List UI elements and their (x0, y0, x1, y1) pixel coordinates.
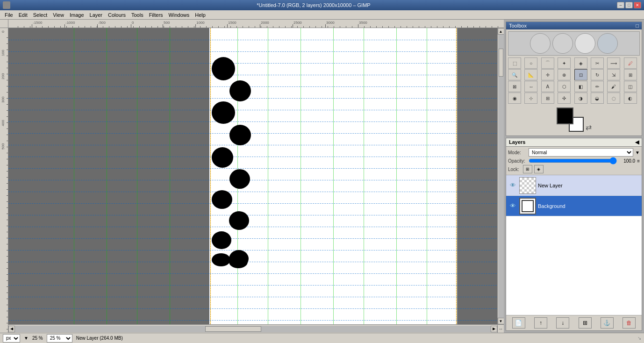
grid-h21 (8, 227, 504, 227)
menu-filters[interactable]: Filters (146, 10, 166, 19)
lower-layer-button[interactable]: ↓ (556, 317, 569, 329)
scroll-up-button[interactable]: ▲ (498, 28, 504, 35)
tool-blend[interactable]: ◧ (574, 81, 587, 92)
tool-desaturate[interactable]: ◐ (624, 93, 637, 104)
scroll-right-button[interactable]: ▶ (491, 326, 497, 332)
zoom-select[interactable]: 25 % 50 % 100 % (47, 334, 72, 343)
lock-label: Lock: (508, 167, 519, 172)
color-area: ⇄ (508, 106, 640, 134)
new-layer-button[interactable]: 📄 (512, 317, 525, 329)
tool-text[interactable]: A (541, 81, 554, 92)
mode-select[interactable]: Normal (529, 148, 633, 157)
scroll-track-v[interactable] (498, 35, 504, 318)
tool-color-select[interactable]: ◈ (574, 57, 587, 69)
tool-bucket[interactable]: ⬡ (558, 81, 571, 92)
tool-fuzzy[interactable]: ✦ (558, 57, 571, 69)
menu-image[interactable]: Image (67, 10, 87, 19)
menu-file[interactable]: File (2, 10, 16, 19)
unit-select[interactable]: px (3, 334, 20, 343)
scroll-left-button[interactable]: ◀ (8, 326, 15, 332)
status-separator-1: ▼ (24, 336, 29, 341)
tool-scale[interactable]: ⇲ (607, 69, 620, 80)
grid-line-v6 (396, 28, 397, 324)
canvas-area[interactable]: ◀ ▶ ▲ ▼ ↔ (0, 20, 504, 333)
tool-dodge[interactable]: ◑ (574, 93, 587, 104)
layers-controls: Mode: Normal ▼ Opacity: 100.0 ≡ Lock: ⊞ … (506, 147, 642, 175)
lock-pixels-btn[interactable]: ◈ (534, 165, 544, 173)
tool-eraser[interactable]: ◫ (624, 81, 637, 92)
layer-eye-new[interactable]: 👁 (508, 181, 517, 190)
maximize-button[interactable]: □ (625, 2, 633, 8)
layer-row-new[interactable]: 👁 New Layer (506, 175, 642, 196)
tool-convolve[interactable]: ◌ (607, 93, 620, 104)
tool-shear[interactable]: ⊞ (624, 69, 637, 80)
layer-row-background[interactable]: 👁 Background (506, 196, 642, 216)
canvas-viewport[interactable] (8, 28, 504, 324)
menu-layer[interactable]: Layer (87, 10, 106, 19)
tool-align[interactable]: ⊕ (558, 69, 571, 80)
layers-collapse-icon[interactable]: ◀ (635, 139, 639, 145)
tool-crop[interactable]: ⊡ (574, 69, 587, 80)
vertical-scrollbar[interactable]: ▲ ▼ (497, 28, 504, 324)
minimize-button[interactable]: – (617, 2, 624, 8)
tool-clone[interactable]: ⊞ (541, 93, 554, 104)
tool-measure[interactable]: 📐 (524, 69, 537, 80)
menu-colours[interactable]: Colours (105, 10, 129, 19)
tool-ellipse-select[interactable]: ○ (524, 57, 537, 69)
tool-zoom[interactable]: 🔍 (508, 69, 521, 80)
tool-pencil[interactable]: ✏ (591, 81, 604, 92)
grid-h12 (8, 308, 504, 309)
dot-7 (212, 190, 232, 209)
scroll-thumb-h[interactable] (205, 326, 261, 332)
tool-picker[interactable]: 🖊 (624, 57, 637, 69)
menu-view[interactable]: View (50, 10, 67, 19)
anchor-layer-button[interactable]: ⚓ (601, 317, 614, 329)
layer-eye-bg[interactable]: 👁 (508, 201, 517, 211)
tool-rect-select[interactable]: ⬚ (508, 57, 521, 69)
tool-scissors[interactable]: ✂ (591, 57, 604, 69)
tool-lasso[interactable]: ⌒ (541, 57, 554, 69)
grid-h9 (8, 238, 504, 239)
dot-2 (229, 80, 251, 101)
opacity-slider[interactable] (529, 157, 617, 164)
scroll-track-h[interactable] (15, 326, 491, 332)
delete-layer-button[interactable]: 🗑 (623, 317, 636, 329)
tool-heal[interactable]: ✣ (558, 93, 571, 104)
tool-ink[interactable]: ⊹ (524, 93, 537, 104)
toolbox-collapse[interactable]: □ (636, 23, 639, 29)
close-button[interactable]: ✕ (634, 2, 641, 8)
tool-rotate[interactable]: ↻ (591, 69, 604, 80)
fg-color-swatch[interactable] (557, 107, 573, 124)
tool-paths[interactable]: ⟿ (607, 57, 620, 69)
tool-flip[interactable]: ↔ (524, 81, 537, 92)
grid-line-v10 (137, 28, 137, 324)
opacity-stepper[interactable]: ≡ (637, 158, 640, 164)
scroll-down-button[interactable]: ▼ (498, 318, 504, 324)
swap-colors-icon[interactable]: ⇄ (586, 123, 592, 132)
menu-tools[interactable]: Tools (129, 10, 146, 19)
menu-select[interactable]: Select (30, 10, 50, 19)
duplicate-layer-button[interactable]: ⊞ (579, 317, 592, 329)
horizontal-scrollbar[interactable]: ◀ ▶ (8, 324, 497, 333)
layer-thumb-bg (519, 198, 536, 214)
preview-icon-3 (575, 33, 595, 54)
titlebar: *Untitled-7.0 (RGB, 2 layers) 2000x10000… (0, 0, 644, 10)
menu-help[interactable]: Help (192, 10, 208, 19)
tool-paintbrush[interactable]: 🖌 (607, 81, 620, 92)
scroll-thumb-v[interactable] (499, 49, 503, 77)
main-layout: ◀ ▶ ▲ ▼ ↔ Toolbox □ (0, 20, 644, 333)
scrollbar-corner: ↔ (497, 324, 504, 333)
guide-v-left (210, 28, 211, 324)
dot-3 (212, 101, 235, 124)
tool-smudge[interactable]: ◒ (591, 93, 604, 104)
menu-edit[interactable]: Edit (16, 10, 30, 19)
menu-windows[interactable]: Windows (166, 10, 193, 19)
raise-layer-button[interactable]: ↑ (534, 317, 547, 329)
tool-airbrush[interactable]: ◉ (508, 93, 521, 104)
resize-corner[interactable]: ↘ (637, 336, 641, 341)
lock-position-btn[interactable]: ⊞ (523, 165, 532, 173)
tool-move[interactable]: ✛ (541, 69, 554, 80)
grid-h7 (8, 192, 504, 192)
tool-perspective[interactable]: ⊠ (508, 81, 521, 92)
layers-footer: 📄 ↑ ↓ ⊞ ⚓ 🗑 (506, 315, 642, 330)
